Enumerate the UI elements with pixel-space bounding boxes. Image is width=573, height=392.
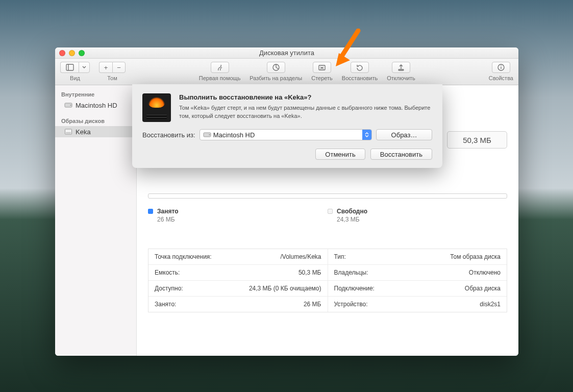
volume-remove-button[interactable]: − [112, 62, 126, 73]
cancel-button[interactable]: Отменить [315, 149, 365, 160]
dialog-title: Выполнить восстановление на «Keka»? [179, 93, 432, 101]
restore-dialog: Выполнить восстановление на «Keka»? Том … [132, 84, 442, 168]
used-value: 26 МБ [157, 216, 328, 223]
restore-from-label: Восстановить из: [142, 131, 195, 139]
hdd-icon [203, 131, 211, 139]
property-key: Точка подключения: [155, 253, 212, 260]
annotation-arrow [333, 29, 363, 71]
sidebar-item-label: Macintosh HD [76, 102, 117, 109]
partition-button[interactable] [267, 62, 285, 73]
property-key: Владельцы: [334, 269, 368, 276]
volume-add-button[interactable]: + [99, 62, 112, 73]
svg-point-7 [501, 65, 502, 66]
property-row: Устройство:disk2s1 [328, 297, 507, 312]
stepper-icon [362, 130, 371, 140]
restore-confirm-button[interactable]: Восстановить [370, 149, 432, 160]
sidebar-header-internal: Внутренние [55, 89, 136, 100]
toolbar-label: Стереть [311, 75, 333, 81]
sidebar-item-label: Keka [76, 128, 91, 136]
property-row: Тип:Том образа диска [328, 249, 507, 265]
property-value: Образ диска [465, 285, 501, 292]
view-mode-button[interactable] [60, 62, 79, 73]
toolbar: Вид + − Том Первая помощь Разбить на раз… [55, 59, 518, 85]
dialog-description: Том «Keka» будет стерт, и на нем будут р… [179, 104, 432, 120]
svg-point-13 [209, 134, 210, 135]
toolbar-label: Свойства [489, 75, 513, 81]
free-value: 24,3 МБ [337, 216, 507, 223]
property-row: Точка подключения:/Volumes/Keka [148, 249, 328, 265]
zoom-icon[interactable] [79, 50, 85, 56]
property-key: Емкость: [155, 269, 180, 276]
hdd-icon [64, 101, 72, 109]
toolbar-label: Восстановить [342, 75, 378, 81]
first-aid-button[interactable] [211, 62, 229, 73]
property-key: Занято: [155, 301, 176, 308]
property-value: disk2s1 [480, 301, 501, 308]
property-key: Тип: [334, 253, 346, 260]
view-dropdown-button[interactable] [79, 62, 90, 73]
free-label: Свободно [337, 208, 367, 215]
usage-legend: Занято 26 МБ Свободно 24,3 МБ [148, 208, 507, 223]
restore-source-select[interactable]: Macintosh HD [200, 129, 372, 140]
close-icon[interactable] [59, 50, 65, 56]
used-color-icon [148, 209, 153, 214]
property-row: Занято:26 МБ [148, 297, 328, 312]
property-key: Подключение: [334, 285, 375, 292]
property-value: Отключено [469, 269, 501, 276]
toolbar-label: Отключить [387, 75, 415, 81]
usage-bar [148, 193, 507, 199]
property-row: Владельцы:Отключено [328, 265, 507, 281]
restore-source-value: Macintosh HD [213, 131, 255, 139]
disk-image-icon [64, 128, 72, 136]
property-key: Устройство: [334, 301, 368, 308]
property-value: 24,3 МБ (0 КБ очищаемо) [249, 285, 321, 292]
free-color-icon [328, 209, 333, 214]
properties-table: Точка подключения:/Volumes/KekaЕмкость:5… [148, 249, 507, 312]
svg-rect-11 [66, 132, 71, 134]
toolbar-label: Разбить на разделы [250, 75, 302, 81]
sidebar-item-keka[interactable]: Keka [55, 126, 136, 137]
desktop: Дисковая утилита Вид + − Том Перв [0, 0, 573, 392]
property-row: Доступно:24,3 МБ (0 КБ очищаемо) [148, 281, 328, 297]
property-value: 50,3 МБ [298, 269, 321, 276]
property-key: Доступно: [155, 285, 183, 292]
used-label: Занято [157, 208, 179, 215]
toolbar-label: Вид [70, 75, 80, 81]
choose-image-button[interactable]: Образ… [376, 129, 432, 140]
titlebar: Дисковая утилита [55, 47, 518, 59]
property-value: /Volumes/Keka [280, 253, 321, 260]
toolbar-label: Том [107, 75, 117, 81]
unmount-button[interactable] [392, 62, 410, 73]
property-value: 26 МБ [304, 301, 321, 308]
drive-large-icon [142, 93, 171, 122]
toolbar-label: Первая помощь [199, 75, 241, 81]
window-title: Дисковая утилита [259, 49, 314, 57]
erase-button[interactable] [313, 62, 331, 73]
sidebar-item-macintosh-hd[interactable]: Macintosh HD [55, 100, 136, 111]
svg-rect-0 [66, 64, 73, 70]
property-value: Том образа диска [450, 253, 501, 260]
svg-point-9 [70, 105, 71, 106]
sidebar: Внутренние Macintosh HD Образы дисков Ke… [55, 85, 137, 356]
sidebar-header-images: Образы дисков [55, 116, 136, 126]
property-row: Емкость:50,3 МБ [148, 265, 328, 281]
volume-size: 50,3 МБ [447, 131, 507, 149]
property-row: Подключение:Образ диска [328, 281, 507, 297]
info-button[interactable] [492, 62, 510, 73]
svg-rect-4 [398, 69, 404, 70]
minimize-icon[interactable] [69, 50, 75, 56]
